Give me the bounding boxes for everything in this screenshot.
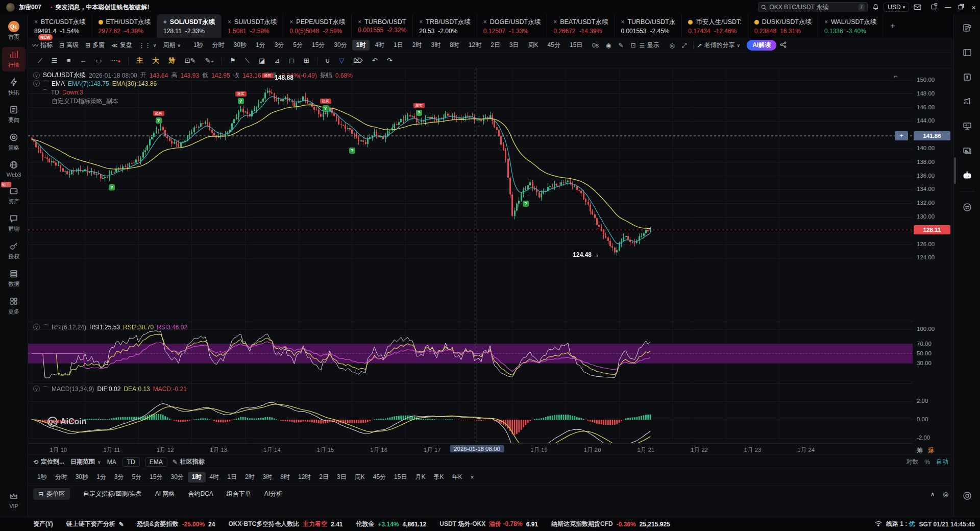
question-badge[interactable]: ? bbox=[349, 148, 355, 154]
compare-tool-icon[interactable]: ⊿ bbox=[274, 57, 280, 64]
status-item[interactable]: 伦敦金+3.14%4,861.12 bbox=[356, 520, 427, 528]
bottom-period-8时[interactable]: 8时 bbox=[276, 472, 294, 482]
status-item[interactable]: 资产(¥) bbox=[33, 520, 53, 528]
bottom-period-1秒[interactable]: 1秒 bbox=[33, 472, 51, 482]
symbol-tab[interactable]: ×BTC/USDT永续89491.4-1.54% bbox=[28, 14, 92, 38]
share-menu[interactable]: ↗老傅的分享∨ bbox=[697, 41, 740, 50]
bottom-period-30分[interactable]: 30分 bbox=[166, 472, 187, 482]
eraser-tool-icon[interactable]: ◪ bbox=[259, 57, 265, 64]
replay-button[interactable]: ≪复盘 bbox=[111, 41, 132, 50]
symbol-tab[interactable]: ×TRB/USDT永续20.53-2.00% bbox=[413, 14, 477, 38]
candle-style-select[interactable]: ⋮⋮∨ bbox=[139, 42, 157, 49]
ai-robot-icon[interactable] bbox=[959, 166, 976, 184]
bottom-period-5分[interactable]: 5分 bbox=[128, 472, 145, 482]
hline-tool-icon[interactable]: ☰ bbox=[52, 57, 58, 64]
panel-icon[interactable]: ⊡ bbox=[631, 42, 636, 49]
period-8时[interactable]: 8时 bbox=[446, 40, 463, 51]
flag-tool-icon[interactable]: ⚑ bbox=[230, 57, 236, 64]
question-badge[interactable]: ? bbox=[238, 98, 244, 104]
symbol-tab[interactable]: ×TURBO/USDT0.001555-2.32% bbox=[352, 14, 413, 38]
symbol-tab[interactable]: ×BEAT/USDT永续0.26672-14.39% bbox=[547, 14, 615, 38]
bottom-period-1分[interactable]: 1分 bbox=[92, 472, 110, 482]
bottom-period-3日[interactable]: 3日 bbox=[333, 472, 351, 482]
sidebar-item-vip[interactable]: VIP bbox=[2, 489, 26, 512]
close-tab-icon[interactable]: × bbox=[228, 18, 231, 26]
period-4时[interactable]: 4时 bbox=[371, 40, 388, 51]
period-12时[interactable]: 12时 bbox=[464, 40, 485, 51]
chart-area[interactable]: ∨ SOL/USDT永续 2026-01-18 08:00 开143.64 高1… bbox=[28, 68, 953, 454]
sidebar-item-策略[interactable]: 策略 bbox=[2, 130, 26, 154]
close-tab-icon[interactable]: × bbox=[289, 18, 293, 26]
symbol-tab[interactable]: DUSK/USDT永续0.2384816.31% bbox=[748, 14, 818, 38]
support-target-icon[interactable] bbox=[959, 487, 976, 504]
log-scale-toggle[interactable]: 对数 bbox=[906, 457, 918, 466]
bottom-period-15日[interactable]: 15日 bbox=[390, 472, 411, 482]
sidebar-item-群聊[interactable]: 群聊 bbox=[2, 211, 26, 235]
template-tool-icon[interactable]: ⊞ bbox=[304, 57, 309, 64]
ai-analysis-button[interactable]: AI解读 bbox=[747, 40, 776, 51]
panel-tab-3[interactable]: 合约DCA bbox=[188, 490, 213, 498]
add-order-button[interactable]: + bbox=[895, 131, 908, 140]
share-nodes-icon[interactable] bbox=[780, 41, 787, 50]
watchlist-icon[interactable] bbox=[959, 19, 976, 37]
period-1日[interactable]: 1日 bbox=[389, 40, 407, 51]
bottom-period-分时[interactable]: 分时 bbox=[51, 472, 71, 482]
collapse-circle-icon[interactable]: ∨ bbox=[33, 72, 40, 79]
question-badge[interactable]: ? bbox=[109, 184, 115, 190]
panel-tab-0[interactable]: ⊟委单区 bbox=[33, 488, 70, 500]
period-2时[interactable]: 2时 bbox=[408, 40, 426, 51]
bottom-period-季K[interactable]: 季K bbox=[429, 472, 448, 482]
period-45分[interactable]: 45分 bbox=[544, 40, 565, 51]
period-30分[interactable]: 30分 bbox=[330, 40, 351, 51]
status-item[interactable]: 链上链下资产分析✎ bbox=[66, 520, 124, 528]
news-ticker[interactable]: 突发消息，中本聪创世钱包被破解! bbox=[56, 3, 150, 12]
trendline-tool-icon[interactable]: ⟋ bbox=[38, 57, 42, 65]
question-badge[interactable]: ? bbox=[156, 117, 162, 124]
symbol-tab[interactable]: ×TURBO/USDT永0.001553-2.45% bbox=[615, 14, 682, 38]
currency-select[interactable]: USD▾ bbox=[884, 3, 909, 12]
period-15日[interactable]: 15日 bbox=[566, 40, 586, 51]
bottom-period-1时[interactable]: 1时 bbox=[188, 472, 206, 482]
sidebar-item-首页[interactable]: Qc首页 bbox=[2, 18, 26, 43]
bottom-period-年K[interactable]: 年K bbox=[448, 472, 466, 482]
advanced-button[interactable]: ⊟高级 bbox=[59, 41, 79, 50]
question-badge[interactable]: ? bbox=[416, 110, 422, 116]
period-3日[interactable]: 3日 bbox=[505, 40, 523, 51]
collapse-circle-icon[interactable]: ∨ bbox=[33, 324, 40, 330]
symbol-tab[interactable]: ×WAL/USDT永续0.1336-3.40% bbox=[818, 14, 883, 38]
ruler-tool-icon[interactable]: ⟍ bbox=[245, 57, 250, 65]
close-tab-icon[interactable]: × bbox=[553, 18, 557, 26]
panel-tab-4[interactable]: 组合下单 bbox=[227, 490, 251, 498]
sidebar-item-资产[interactable]: 链上资产 bbox=[2, 184, 26, 208]
funds-flow-icon[interactable] bbox=[959, 68, 976, 86]
main-chart-toggle[interactable]: 主 bbox=[136, 56, 143, 65]
panel-tab-2[interactable]: AI 网格 bbox=[155, 490, 175, 498]
sidebar-item-Web3[interactable]: Web3 bbox=[2, 158, 26, 180]
note-tool-icon[interactable]: ⊡✎ bbox=[185, 57, 196, 64]
auto-scale-toggle[interactable]: 自动 bbox=[936, 457, 948, 466]
indicator-button[interactable]: 〰指标NEW bbox=[32, 41, 53, 50]
sidebar-item-要闻[interactable]: 要闻 bbox=[2, 103, 26, 127]
burst-label[interactable]: 爆 bbox=[928, 447, 934, 454]
sidebar-item-数据[interactable]: 数据 bbox=[2, 267, 26, 291]
chip-label[interactable]: 筹 bbox=[917, 447, 923, 454]
magnet-tool-icon[interactable]: ∪ bbox=[325, 57, 330, 64]
bottom-period-30秒[interactable]: 30秒 bbox=[71, 472, 92, 482]
notification-bell-icon[interactable] bbox=[872, 4, 879, 11]
period-15分[interactable]: 15分 bbox=[308, 40, 329, 51]
line-quality-label[interactable]: 线路 1 : 优 bbox=[886, 520, 915, 528]
alert-bell-icon[interactable]: ⌒ bbox=[42, 88, 48, 96]
period-30秒[interactable]: 30秒 bbox=[230, 40, 251, 51]
price-axis[interactable]: 150.00148.00146.00144.00140.00138.00136.… bbox=[913, 68, 953, 454]
close-tab-icon[interactable]: × bbox=[358, 18, 361, 26]
symbol-tab[interactable]: ⌖SOL/USDT永续128.11-2.33% bbox=[157, 14, 222, 38]
alert-bell-icon[interactable]: ⌒ bbox=[43, 323, 48, 331]
undo-icon[interactable]: ↶ bbox=[372, 57, 378, 64]
search-input[interactable]: OKX BTC/USDT 永续 / bbox=[758, 2, 868, 12]
close-tab-icon[interactable]: × bbox=[483, 18, 487, 26]
close-tab-icon[interactable]: × bbox=[621, 18, 624, 26]
bottom-period-2时[interactable]: 2时 bbox=[241, 472, 259, 482]
status-item[interactable]: 纳斯达克指数期货CFD-0.36%25,215.925 bbox=[551, 520, 670, 528]
sidebar-item-快讯[interactable]: 快讯 bbox=[2, 75, 26, 99]
symbol-tab[interactable]: ×PEPE/USDT永续0.0(5)5048-2.59% bbox=[283, 14, 352, 38]
